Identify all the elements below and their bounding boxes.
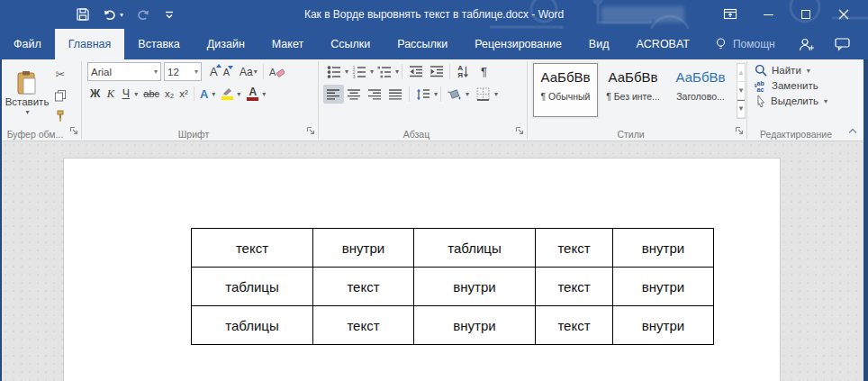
share-person-icon[interactable] <box>789 29 825 59</box>
multilevel-dropdown-icon[interactable]: ▾ <box>395 68 399 76</box>
copy-icon[interactable] <box>50 86 70 104</box>
strikethrough-button[interactable]: abc <box>140 86 162 101</box>
line-spacing-dropdown-icon[interactable]: ▾ <box>434 90 438 98</box>
save-icon[interactable] <box>76 7 90 22</box>
shrink-font-button[interactable]: A <box>221 65 232 79</box>
redo-button[interactable] <box>136 7 150 22</box>
paste-button[interactable]: Вставить ▾ <box>4 62 50 124</box>
borders-dropdown-icon[interactable]: ▾ <box>494 90 498 98</box>
table-cell[interactable]: текст <box>536 268 613 306</box>
styles-more-icon[interactable]: ▼ <box>737 100 745 118</box>
ribbon-display-options-button[interactable] <box>711 0 749 29</box>
tab-design[interactable]: Дизайн <box>194 29 258 59</box>
align-left-button[interactable] <box>323 85 344 104</box>
borders-button[interactable] <box>473 85 493 104</box>
text-effects-dropdown-icon[interactable]: ▾ <box>212 90 215 98</box>
editing-group: Найти ▾ abac Заменить Выделить ▾ Редакти… <box>747 59 845 141</box>
style-no-spacing[interactable]: АаБбВв ¶ Без инте... <box>601 63 665 117</box>
table-cell[interactable]: таблицы <box>192 268 313 306</box>
bold-button[interactable]: Ж <box>87 85 103 103</box>
tab-insert[interactable]: Вставка <box>124 29 193 59</box>
table-cell[interactable]: внутри <box>414 306 536 345</box>
shading-dropdown-icon[interactable]: ▾ <box>466 90 469 98</box>
underline-dropdown-icon[interactable]: ▾ <box>134 90 138 98</box>
customize-quick-access-icon[interactable] <box>163 8 176 21</box>
table-cell[interactable]: текст <box>536 306 613 345</box>
align-right-button[interactable] <box>365 85 385 104</box>
highlight-dropdown-icon[interactable]: ▾ <box>237 90 240 98</box>
justify-button[interactable] <box>385 85 406 104</box>
tab-layout[interactable]: Макет <box>258 29 317 59</box>
font-dialog-launcher-icon[interactable] <box>306 125 315 138</box>
tab-mailings[interactable]: Рассылки <box>384 29 461 59</box>
select-button[interactable]: Выделить ▾ <box>755 95 845 107</box>
font-name-combo[interactable]: Arial▾ <box>87 62 161 81</box>
svg-text:ac: ac <box>757 86 764 92</box>
change-case-button[interactable]: Aa▾ <box>237 64 260 80</box>
shading-button[interactable] <box>444 85 465 104</box>
tab-review[interactable]: Рецензирование <box>461 29 575 59</box>
find-button[interactable]: Найти ▾ <box>755 64 845 77</box>
comments-icon[interactable] <box>825 29 861 59</box>
multilevel-list-icon[interactable] <box>374 62 394 81</box>
format-painter-icon[interactable] <box>50 107 70 124</box>
document-page[interactable]: текст внутри таблицы текст внутри таблиц… <box>63 158 781 381</box>
table-cell[interactable]: внутри <box>613 229 714 268</box>
increase-indent-icon[interactable] <box>426 62 447 81</box>
font-size-combo[interactable]: 12▾ <box>164 62 202 81</box>
document-area[interactable]: текст внутри таблицы текст внутри таблиц… <box>2 141 863 381</box>
styles-scroll-up-icon[interactable]: ▲ <box>737 64 745 82</box>
decrease-indent-icon[interactable] <box>405 62 426 81</box>
table-cell[interactable]: таблицы <box>192 306 313 345</box>
subscript-button[interactable]: x₂ <box>162 86 176 101</box>
superscript-button[interactable]: x² <box>176 86 191 101</box>
minimize-button[interactable] <box>749 0 787 29</box>
sort-button[interactable]: АЯ <box>453 62 474 81</box>
undo-dropdown-icon[interactable]: ▾ <box>120 11 123 19</box>
close-button[interactable] <box>825 0 863 29</box>
tab-references[interactable]: Ссылки <box>317 29 384 59</box>
line-spacing-button[interactable] <box>412 85 433 104</box>
document-table[interactable]: текст внутри таблицы текст внутри таблиц… <box>191 228 714 345</box>
font-color-dropdown-icon[interactable]: ▾ <box>262 90 266 98</box>
table-cell[interactable]: текст <box>313 268 414 306</box>
style-heading1[interactable]: АаБбВв Заголово... <box>668 63 733 117</box>
text-effects-button[interactable]: A <box>197 86 211 103</box>
cut-icon[interactable]: ✂ <box>50 66 70 83</box>
table-cell[interactable]: внутри <box>613 306 714 345</box>
font-color-button[interactable]: A <box>244 86 261 103</box>
grow-font-button[interactable]: A <box>207 63 221 80</box>
tell-me-helper[interactable]: Помощн <box>703 29 786 59</box>
table-cell[interactable]: внутри <box>313 229 414 268</box>
tab-view[interactable]: Вид <box>575 29 623 59</box>
show-paragraph-marks-button[interactable]: ¶ <box>474 62 494 81</box>
paragraph-dialog-launcher-icon[interactable] <box>515 125 524 138</box>
underline-button[interactable]: Ч <box>118 85 133 103</box>
find-dropdown-icon[interactable]: ▾ <box>807 67 810 75</box>
select-dropdown-icon[interactable]: ▾ <box>824 97 827 105</box>
table-cell[interactable]: внутри <box>613 268 714 306</box>
tab-home[interactable]: Главная <box>55 29 125 59</box>
styles-scroll-down-icon[interactable]: ▼ <box>737 82 745 100</box>
align-center-button[interactable] <box>344 85 365 104</box>
highlight-button[interactable] <box>219 86 236 102</box>
clipboard-dialog-launcher-icon[interactable] <box>69 125 78 138</box>
numbering-icon[interactable]: 123 <box>348 62 369 81</box>
table-cell[interactable]: таблицы <box>414 229 536 268</box>
maximize-button[interactable] <box>787 0 825 29</box>
clear-formatting-button[interactable]: A <box>267 64 287 80</box>
tab-acrobat[interactable]: ACROBAT <box>622 29 703 59</box>
paste-dropdown-icon[interactable]: ▾ <box>25 108 29 116</box>
collapse-ribbon-icon[interactable] <box>847 125 858 138</box>
table-cell[interactable]: внутри <box>414 268 536 306</box>
table-cell[interactable]: текст <box>536 229 613 268</box>
replace-button[interactable]: abac Заменить <box>755 79 845 92</box>
bullets-icon[interactable] <box>323 62 344 81</box>
tab-file[interactable]: Файл <box>0 29 55 59</box>
styles-dialog-launcher-icon[interactable] <box>735 125 744 138</box>
italic-button[interactable]: К <box>103 85 118 103</box>
table-cell[interactable]: текст <box>192 229 313 268</box>
table-cell[interactable]: текст <box>313 306 414 345</box>
style-normal[interactable]: АаБбВв ¶ Обычный <box>533 63 598 117</box>
undo-button[interactable]: ▾ <box>103 7 123 22</box>
